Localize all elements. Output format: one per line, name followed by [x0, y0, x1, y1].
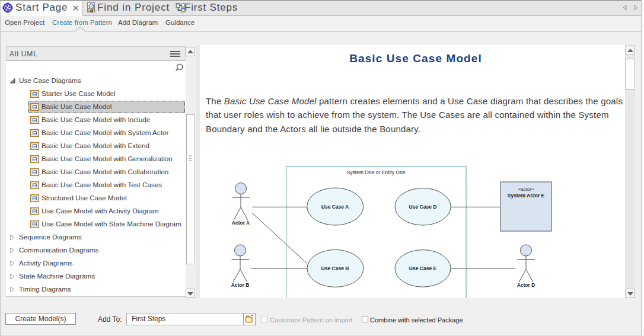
- svg-text:Actor A: Actor A: [232, 220, 250, 226]
- svg-text:«actor»: «actor»: [518, 187, 534, 192]
- svg-text:Use Case B: Use Case B: [321, 265, 349, 271]
- svg-text:System One or Entity One: System One or Entity One: [347, 169, 406, 175]
- svg-text:Use Case E: Use Case E: [409, 265, 437, 271]
- svg-text:Use Case A: Use Case A: [321, 204, 349, 210]
- svg-text:Actor B: Actor B: [231, 282, 250, 288]
- svg-text:System Actor E: System Actor E: [508, 193, 545, 199]
- svg-text:Use Case D: Use Case D: [409, 204, 437, 210]
- svg-text:Actor D: Actor D: [517, 282, 535, 288]
